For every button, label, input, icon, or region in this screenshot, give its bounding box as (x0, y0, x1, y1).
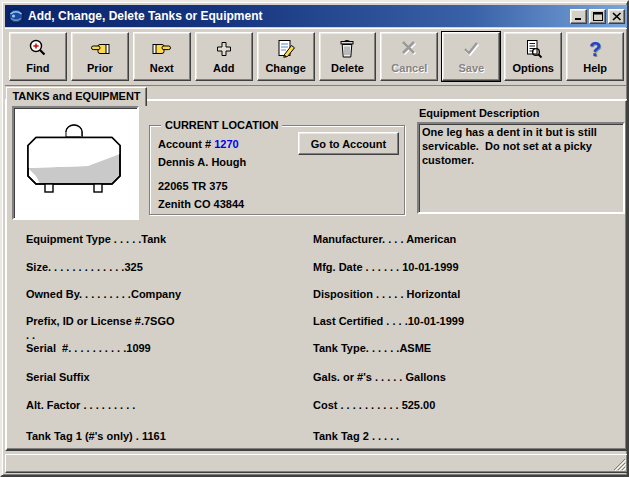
tank-image (12, 106, 139, 220)
current-location-group: CURRENT LOCATION Account # 1270 Dennis A… (149, 118, 405, 215)
plus-icon (216, 37, 232, 61)
magnifier-plus-icon (27, 37, 49, 61)
field-prefix-id-license-value: 7SGO (144, 315, 175, 327)
field-gals-or-numbers-value: Gallons (406, 371, 446, 383)
address-line-2: Zenith CO 43844 (158, 198, 244, 210)
field-owned-by: Owned By. . . . . . . . .Company (26, 288, 181, 300)
field-manufacturer: Manufacturer. . . . American (313, 233, 456, 245)
field-tank-tag-2: Tank Tag 2 . . . . . (313, 430, 399, 442)
account-number: 1270 (214, 138, 238, 150)
close-button[interactable] (608, 9, 625, 24)
minimize-button[interactable] (570, 9, 587, 24)
equipment-description-box[interactable]: One leg has a dent in it but is still se… (417, 122, 625, 214)
resize-grip[interactable] (613, 458, 626, 471)
field-tank-type: Tank Type. . . . . .ASME (313, 342, 431, 354)
options-button[interactable]: Options (504, 32, 562, 81)
field-cost: Cost . . . . . . . . . . 525.00 (313, 399, 435, 411)
delete-button-label: Delete (331, 61, 364, 75)
field-disposition-value: Horizontal (407, 288, 461, 300)
status-bar (5, 454, 628, 473)
field-owned-by-label: Owned By. . . . . . . . . (26, 288, 131, 300)
field-serial-number-label: Serial #. . . . . . . . . . (26, 342, 126, 354)
globe-icon (8, 8, 24, 24)
save-button: Save (442, 32, 500, 81)
tanks-equipment-window: Add, Change, Delete Tanks or Equipment (0, 0, 629, 477)
document-magnifier-icon (523, 37, 543, 61)
field-tank-tag-2-label: Tank Tag 2 . . . . . (313, 430, 399, 442)
next-button[interactable]: Next (133, 32, 191, 81)
change-button-label: Change (265, 61, 305, 75)
field-prefix-note: . . (26, 329, 35, 341)
field-size: Size. . . . . . . . . . . . .325 (26, 261, 143, 273)
minimize-icon (574, 12, 584, 21)
field-alt-factor: Alt. Factor . . . . . . . . . (26, 399, 135, 411)
window-controls (570, 9, 625, 24)
change-button[interactable]: Change (257, 32, 315, 81)
field-tank-tag-1-label: Tank Tag 1 (#'s only) . (26, 430, 142, 442)
field-serial-number: Serial #. . . . . . . . . .1099 (26, 342, 151, 354)
tank-drawing-icon (18, 118, 133, 208)
go-to-account-button[interactable]: Go to Account (298, 132, 399, 155)
maximize-button[interactable] (589, 9, 606, 24)
field-owned-by-value: Company (131, 288, 181, 300)
hand-pointing-right-icon (151, 37, 173, 61)
field-disposition-label: Disposition . . . . . (313, 288, 407, 300)
maximize-icon (593, 12, 603, 21)
account-label: Account # (158, 138, 214, 150)
add-button-label: Add (213, 61, 234, 75)
question-mark-icon: ? (589, 37, 601, 61)
field-last-certified-label: Last Certified . . . . (313, 315, 408, 327)
field-manufacturer-value: American (406, 233, 456, 245)
field-size-label: Size. . . . . . . . . . . . . (26, 261, 124, 273)
document-pencil-icon (275, 37, 297, 61)
options-button-label: Options (512, 61, 554, 75)
trash-icon (337, 37, 357, 61)
field-mfg-date: Mfg. Date . . . . . . 10-01-1999 (313, 261, 459, 273)
checkmark-icon (461, 37, 481, 61)
field-tank-type-value: ASME (399, 342, 431, 354)
toolbar: Find Prior (9, 32, 624, 81)
add-button[interactable]: Add (195, 32, 253, 81)
customer-name: Dennis A. Hough (158, 156, 246, 168)
field-mfg-date-value: 10-01-1999 (402, 261, 458, 273)
hand-pointing-left-icon (89, 37, 111, 61)
field-serial-suffix: Serial Suffix (26, 371, 90, 383)
help-button[interactable]: ? Help (566, 32, 624, 81)
field-equipment-type-value: Tank (141, 233, 166, 245)
account-line: Account # 1270 (158, 138, 239, 150)
field-equipment-type: Equipment Type . . . . .Tank (26, 233, 166, 245)
find-button-label: Find (26, 61, 49, 75)
field-prefix-id-license: Prefix, ID or License #.7SGO (26, 315, 175, 327)
field-gals-or-numbers-label: Gals. or #'s . . . . . (313, 371, 406, 383)
find-button[interactable]: Find (9, 32, 67, 81)
field-cost-value: 525.00 (402, 399, 436, 411)
field-serial-number-value: 1099 (126, 342, 150, 354)
field-prefix-id-license-label: Prefix, ID or License #. (26, 315, 144, 327)
close-icon (612, 12, 622, 21)
field-disposition: Disposition . . . . . Horizontal (313, 288, 460, 300)
field-serial-suffix-label: Serial Suffix (26, 371, 90, 383)
cancel-button-label: Cancel (391, 61, 427, 75)
prior-button[interactable]: Prior (71, 32, 129, 81)
save-button-label: Save (458, 61, 484, 75)
help-button-label: Help (583, 61, 607, 75)
x-mark-icon (399, 37, 419, 61)
field-mfg-date-label: Mfg. Date . . . . . . (313, 261, 402, 273)
window-title: Add, Change, Delete Tanks or Equipment (28, 9, 570, 23)
address-line-1: 22065 TR 375 (158, 180, 228, 192)
field-tank-tag-1-value: 1161 (142, 430, 166, 442)
field-tank-type-label: Tank Type. . . . . . (313, 342, 399, 354)
tab-tanks-and-equipment[interactable]: TANKS and EQUIPMENT (6, 87, 147, 106)
field-last-certified: Last Certified . . . .10-01-1999 (313, 315, 464, 327)
field-equipment-type-label: Equipment Type . . . . . (26, 233, 141, 245)
field-size-value: 325 (124, 261, 142, 273)
cancel-button: Cancel (380, 32, 438, 81)
prior-button-label: Prior (87, 61, 113, 75)
equipment-description-label: Equipment Description (419, 107, 539, 119)
field-alt-factor-label: Alt. Factor . . . . . . . . . (26, 399, 135, 411)
next-button-label: Next (150, 61, 174, 75)
delete-button[interactable]: Delete (319, 32, 377, 81)
field-tank-tag-1: Tank Tag 1 (#'s only) . 1161 (26, 430, 166, 442)
field-last-certified-value: 10-01-1999 (408, 315, 464, 327)
current-location-title: CURRENT LOCATION (161, 118, 282, 132)
